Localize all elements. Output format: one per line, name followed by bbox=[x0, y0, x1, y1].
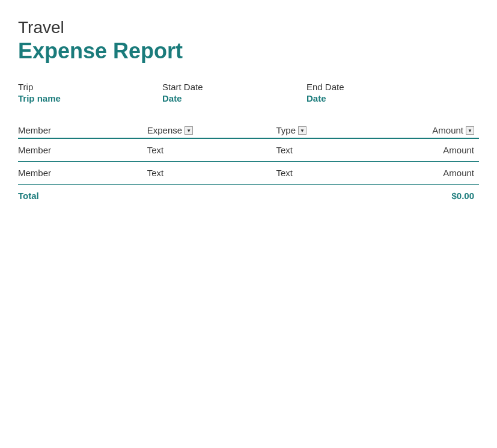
col-header-expense: Expense ▼ bbox=[147, 121, 276, 138]
page-expense-report-title: Expense Report bbox=[18, 38, 479, 64]
start-date-label: Start Date bbox=[162, 82, 306, 92]
end-date-col: End Date Date bbox=[306, 82, 451, 103]
amount-col-label: Amount bbox=[432, 125, 463, 135]
cell-member: Member bbox=[18, 162, 147, 185]
expense-table: Member Expense ▼ Type ▼ Amount ▼ bbox=[18, 121, 479, 207]
trip-info-section: Trip Trip name Start Date Date End Date … bbox=[18, 82, 479, 103]
table-row: MemberTextTextAmount bbox=[18, 138, 479, 162]
col-header-type: Type ▼ bbox=[276, 121, 406, 138]
col-header-amount: Amount ▼ bbox=[405, 121, 479, 138]
cell-type: Text bbox=[276, 162, 406, 185]
cell-expense: Text bbox=[147, 162, 276, 185]
total-value: $0.00 bbox=[405, 185, 479, 207]
type-col-label: Type bbox=[276, 125, 296, 135]
end-date-value: Date bbox=[306, 93, 451, 103]
start-date-col: Start Date Date bbox=[162, 82, 306, 103]
cell-type: Text bbox=[276, 138, 406, 162]
table-header-row: Member Expense ▼ Type ▼ Amount ▼ bbox=[18, 121, 479, 138]
start-date-value: Date bbox=[162, 93, 306, 103]
trip-value: Trip name bbox=[18, 93, 162, 103]
expense-dropdown[interactable]: ▼ bbox=[184, 126, 193, 135]
type-dropdown[interactable]: ▼ bbox=[298, 126, 306, 135]
total-label: Total bbox=[18, 185, 147, 207]
table-row: MemberTextTextAmount bbox=[18, 162, 479, 185]
cell-member: Member bbox=[18, 138, 147, 162]
table-footer-row: Total $0.00 bbox=[18, 185, 479, 207]
cell-amount: Amount bbox=[405, 138, 479, 162]
cell-amount: Amount bbox=[405, 162, 479, 185]
col-header-member: Member bbox=[18, 121, 147, 138]
trip-label: Trip bbox=[18, 82, 162, 92]
expense-col-label: Expense bbox=[147, 125, 182, 135]
end-date-label: End Date bbox=[306, 82, 451, 92]
trip-name-col: Trip Trip name bbox=[18, 82, 162, 103]
page-travel-title: Travel bbox=[18, 18, 479, 37]
cell-expense: Text bbox=[147, 138, 276, 162]
amount-dropdown[interactable]: ▼ bbox=[466, 126, 474, 135]
